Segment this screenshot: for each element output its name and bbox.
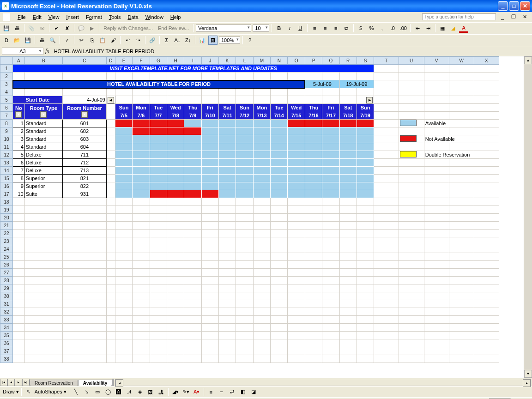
room-9-day-9-cell[interactable]: [271, 190, 288, 198]
room-1-day-2-cell[interactable]: [150, 127, 167, 135]
zoom-dropdown[interactable]: 100%: [219, 36, 240, 44]
room-4-day-4-cell[interactable]: [184, 151, 201, 159]
row-header-22[interactable]: 22: [0, 230, 13, 237]
col-header-D[interactable]: D: [106, 57, 115, 65]
room-2-day-9-cell[interactable]: [271, 135, 288, 143]
room-2-day-11-cell[interactable]: [305, 135, 322, 143]
room-1-day-5-cell[interactable]: [201, 127, 218, 135]
dash-style-icon[interactable]: ┄: [217, 387, 226, 397]
arrow-style-icon[interactable]: ⇄: [228, 387, 237, 397]
start-date-value[interactable]: 4-Jul-09: [62, 96, 106, 104]
insert-picture-icon[interactable]: 🏞: [157, 387, 166, 397]
room-2-type[interactable]: Standard: [24, 135, 62, 143]
clipart-icon[interactable]: 🖼: [146, 387, 155, 397]
hyperlink-icon[interactable]: 🔗: [148, 36, 157, 45]
col-roomnumber-header[interactable]: Room Number▼: [62, 104, 106, 120]
row-header-38[interactable]: 38: [0, 355, 13, 363]
room-8-type[interactable]: Superior: [24, 182, 62, 190]
tab-nav-next[interactable]: ▸: [15, 379, 22, 386]
room-1-number[interactable]: 602: [62, 127, 106, 135]
menu-tools[interactable]: Tools: [106, 13, 124, 21]
fx-label[interactable]: fx: [45, 48, 49, 54]
col-header-R[interactable]: R: [339, 57, 357, 65]
room-3-day-1-cell[interactable]: [133, 143, 150, 151]
row-header-11[interactable]: 11: [0, 143, 13, 151]
save-icon-2[interactable]: 💾: [23, 36, 32, 45]
room-2-day-6-cell[interactable]: [218, 135, 236, 143]
room-7-day-13-cell[interactable]: [339, 175, 357, 182]
rectangle-tool-icon[interactable]: ▭: [93, 387, 102, 397]
room-5-day-0-cell[interactable]: [115, 159, 132, 167]
period-start-cell[interactable]: 5-Jul-09: [305, 80, 339, 88]
room-7-day-6-cell[interactable]: [218, 175, 236, 182]
percent-button[interactable]: %: [367, 24, 376, 33]
tab-splitter[interactable]: [112, 379, 114, 386]
name-box[interactable]: A3: [2, 48, 43, 55]
print-icon[interactable]: 🖶: [12, 24, 22, 33]
row-header-5[interactable]: 5: [0, 96, 13, 104]
room-6-type[interactable]: Deluxe: [24, 167, 62, 175]
row-header-30[interactable]: 30: [0, 292, 13, 300]
attach-icon[interactable]: 📎: [27, 24, 36, 33]
room-8-day-8-cell[interactable]: [253, 182, 270, 190]
room-2-day-3-cell[interactable]: [167, 135, 184, 143]
room-0-day-12-cell[interactable]: [322, 120, 339, 127]
col-header-M[interactable]: M: [253, 57, 270, 65]
hscroll-right-small-icon[interactable]: ▶: [366, 97, 373, 103]
room-4-day-1-cell[interactable]: [133, 151, 150, 159]
next-comment-icon[interactable]: ▶: [87, 24, 97, 33]
font-color-button[interactable]: A: [459, 24, 468, 33]
period-end-cell[interactable]: 19-Jul-09: [339, 80, 374, 88]
room-6-day-4-cell[interactable]: [184, 167, 201, 175]
row-header-33[interactable]: 33: [0, 316, 13, 324]
room-7-day-12-cell[interactable]: [322, 175, 339, 182]
row-header-14[interactable]: 14: [0, 167, 13, 175]
room-0-day-4-cell[interactable]: [184, 120, 201, 127]
room-0-day-2-cell[interactable]: [150, 120, 167, 127]
room-6-no[interactable]: 7: [13, 167, 25, 175]
room-9-day-6-cell[interactable]: [218, 190, 236, 198]
room-3-day-3-cell[interactable]: [167, 143, 184, 151]
room-9-day-2-cell[interactable]: [150, 190, 167, 198]
row-header-31[interactable]: 31: [0, 300, 13, 308]
menu-data[interactable]: Data: [124, 13, 141, 21]
room-5-day-8-cell[interactable]: [253, 159, 270, 167]
room-6-day-8-cell[interactable]: [253, 167, 270, 175]
room-4-day-11-cell[interactable]: [305, 151, 322, 159]
room-0-day-9-cell[interactable]: [271, 120, 288, 127]
filter-roomtype-icon[interactable]: ▼: [40, 111, 47, 118]
fill-color-button[interactable]: ◢: [448, 24, 458, 33]
col-header-J[interactable]: J: [201, 57, 218, 65]
room-4-day-5-cell[interactable]: [201, 151, 218, 159]
room-4-day-12-cell[interactable]: [322, 151, 339, 159]
align-right-button[interactable]: ≡: [331, 24, 340, 33]
room-2-day-2-cell[interactable]: [150, 135, 167, 143]
autosum-icon[interactable]: Σ: [162, 36, 171, 45]
textbox-tool-icon[interactable]: 🅰: [114, 387, 123, 397]
room-6-day-12-cell[interactable]: [322, 167, 339, 175]
spreadsheet-grid[interactable]: ABCDEFGHIJKLMNOPQRSTUVWX1VISIT EXCELTEMP…: [0, 56, 524, 363]
room-0-type[interactable]: Standard: [24, 120, 62, 127]
room-9-day-11-cell[interactable]: [305, 190, 322, 198]
room-8-day-3-cell[interactable]: [167, 182, 184, 190]
room-7-no[interactable]: 8: [13, 175, 25, 182]
room-9-day-4-cell[interactable]: [184, 190, 201, 198]
fill-color-draw-icon[interactable]: ◢▾: [171, 387, 180, 397]
room-1-type[interactable]: Standard: [24, 127, 62, 135]
room-0-day-0-cell[interactable]: [115, 120, 132, 127]
row-header-32[interactable]: 32: [0, 308, 13, 316]
room-9-day-7-cell[interactable]: [236, 190, 253, 198]
room-4-type[interactable]: Deluxe: [24, 151, 62, 159]
row-header-4[interactable]: 4: [0, 88, 13, 96]
room-5-no[interactable]: 6: [13, 159, 25, 167]
end-review-button[interactable]: End Review...: [156, 25, 191, 31]
line-tool-icon[interactable]: ╲: [72, 387, 81, 397]
line-color-icon[interactable]: ✎▾: [181, 387, 191, 397]
room-5-day-12-cell[interactable]: [322, 159, 339, 167]
room-7-day-11-cell[interactable]: [305, 175, 322, 182]
col-header-T[interactable]: T: [374, 57, 399, 65]
room-5-day-1-cell[interactable]: [133, 159, 150, 167]
room-5-day-11-cell[interactable]: [305, 159, 322, 167]
draw-menu[interactable]: Draw ▾: [3, 389, 19, 395]
room-6-day-6-cell[interactable]: [218, 167, 236, 175]
